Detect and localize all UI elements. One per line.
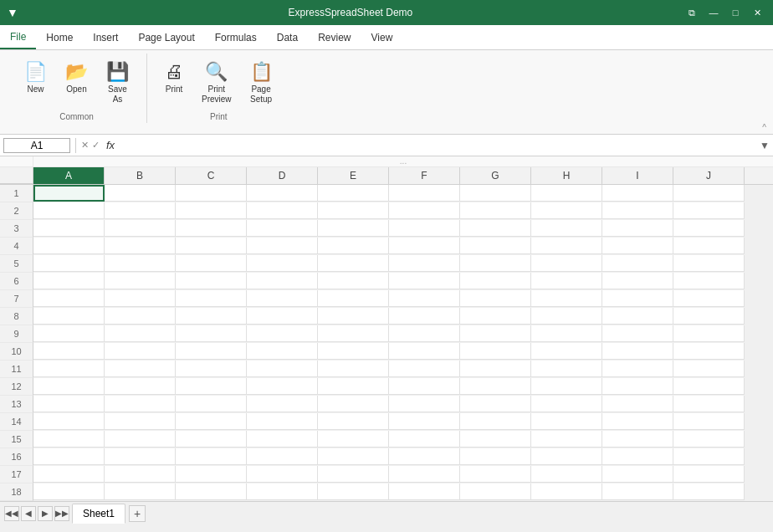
cell-I4[interactable] (602, 238, 673, 254)
cell-F4[interactable] (389, 238, 460, 254)
cell-C18[interactable] (176, 483, 247, 500)
cell-B17[interactable] (105, 466, 176, 483)
col-header-H[interactable]: H (531, 167, 602, 184)
cell-C9[interactable] (176, 325, 247, 342)
cell-J11[interactable] (673, 361, 745, 377)
cell-D18[interactable] (247, 483, 318, 500)
cell-G3[interactable] (460, 220, 531, 237)
cell-A1[interactable] (33, 185, 105, 202)
cell-C5[interactable] (176, 255, 247, 272)
cell-H2[interactable] (531, 202, 602, 219)
cell-A7[interactable] (33, 290, 105, 307)
cell-D7[interactable] (247, 290, 318, 307)
cell-B9[interactable] (105, 325, 176, 342)
cell-A10[interactable] (33, 343, 105, 360)
cell-J18[interactable] (673, 483, 745, 500)
cell-A4[interactable] (33, 238, 105, 254)
cell-I9[interactable] (602, 325, 673, 342)
formula-confirm-icon[interactable]: ✓ (92, 140, 100, 151)
cell-F8[interactable] (389, 308, 460, 325)
cell-A18[interactable] (33, 483, 105, 500)
cell-G5[interactable] (460, 255, 531, 272)
cell-D13[interactable] (247, 396, 318, 412)
cell-G11[interactable] (460, 361, 531, 377)
cell-B16[interactable] (105, 448, 176, 465)
cell-I12[interactable] (602, 378, 673, 395)
sheet-tab-sheet1[interactable]: Sheet1 (72, 504, 125, 524)
minimize-button[interactable]: — (704, 3, 723, 22)
cell-E1[interactable] (318, 185, 389, 202)
cell-E6[interactable] (318, 273, 389, 289)
cell-J10[interactable] (673, 343, 745, 360)
formula-input[interactable] (118, 138, 760, 153)
cell-A9[interactable] (33, 325, 105, 342)
cell-C12[interactable] (176, 378, 247, 395)
cell-B13[interactable] (105, 396, 176, 412)
cell-G13[interactable] (460, 396, 531, 412)
cell-B12[interactable] (105, 378, 176, 395)
cell-F17[interactable] (389, 466, 460, 483)
menu-home[interactable]: Home (36, 25, 83, 49)
cell-J6[interactable] (673, 273, 745, 289)
cell-H15[interactable] (531, 431, 602, 448)
cell-F11[interactable] (389, 361, 460, 377)
col-header-J[interactable]: J (673, 167, 745, 184)
cell-H10[interactable] (531, 343, 602, 360)
cell-B6[interactable] (105, 273, 176, 289)
cell-B8[interactable] (105, 308, 176, 325)
cell-F18[interactable] (389, 483, 460, 500)
cell-I14[interactable] (602, 413, 673, 430)
cell-E12[interactable] (318, 378, 389, 395)
cell-G7[interactable] (460, 290, 531, 307)
cell-I5[interactable] (602, 255, 673, 272)
cell-E7[interactable] (318, 290, 389, 307)
col-header-C[interactable]: C (176, 167, 247, 184)
cell-I15[interactable] (602, 431, 673, 448)
cell-C17[interactable] (176, 466, 247, 483)
cell-F6[interactable] (389, 273, 460, 289)
open-button[interactable]: 📂 Open (58, 57, 95, 99)
cell-G1[interactable] (460, 185, 531, 202)
cell-F12[interactable] (389, 378, 460, 395)
cell-H14[interactable] (531, 413, 602, 430)
col-header-F[interactable]: F (389, 167, 460, 184)
cell-E8[interactable] (318, 308, 389, 325)
cell-B3[interactable] (105, 220, 176, 237)
cell-E18[interactable] (318, 483, 389, 500)
cell-C6[interactable] (176, 273, 247, 289)
cell-E11[interactable] (318, 361, 389, 377)
cell-I11[interactable] (602, 361, 673, 377)
cell-D8[interactable] (247, 308, 318, 325)
cell-D12[interactable] (247, 378, 318, 395)
cell-D11[interactable] (247, 361, 318, 377)
cell-J14[interactable] (673, 413, 745, 430)
cell-C7[interactable] (176, 290, 247, 307)
col-header-E[interactable]: E (318, 167, 389, 184)
cell-F13[interactable] (389, 396, 460, 412)
sheet-nav-first[interactable]: ◀◀ (4, 506, 19, 521)
menu-insert[interactable]: Insert (83, 25, 128, 49)
cell-A3[interactable] (33, 220, 105, 237)
cell-J4[interactable] (673, 238, 745, 254)
cell-E2[interactable] (318, 202, 389, 219)
cell-J2[interactable] (673, 202, 745, 219)
cell-I6[interactable] (602, 273, 673, 289)
cell-D2[interactable] (247, 202, 318, 219)
cell-I16[interactable] (602, 448, 673, 465)
cell-J15[interactable] (673, 431, 745, 448)
cell-B2[interactable] (105, 202, 176, 219)
cell-F1[interactable] (389, 185, 460, 202)
cell-J12[interactable] (673, 378, 745, 395)
cell-G15[interactable] (460, 431, 531, 448)
cell-E10[interactable] (318, 343, 389, 360)
cell-B15[interactable] (105, 431, 176, 448)
cell-C4[interactable] (176, 238, 247, 254)
cell-G17[interactable] (460, 466, 531, 483)
cell-H4[interactable] (531, 238, 602, 254)
cell-C16[interactable] (176, 448, 247, 465)
page-setup-button[interactable]: 📋 PageSetup (243, 57, 280, 109)
cell-A5[interactable] (33, 255, 105, 272)
cell-G6[interactable] (460, 273, 531, 289)
cell-G8[interactable] (460, 308, 531, 325)
cell-D3[interactable] (247, 220, 318, 237)
